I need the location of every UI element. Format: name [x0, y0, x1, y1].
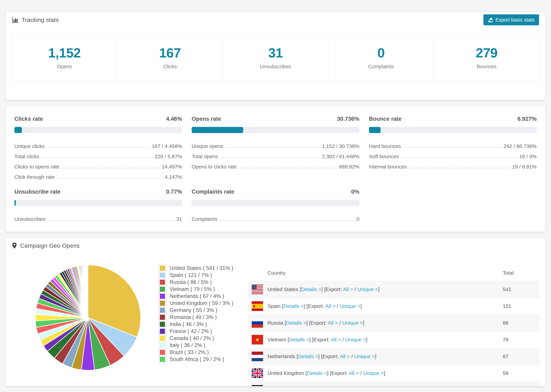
- geo-opens-card: Campaign Geo Opens United States ( 541 /…: [6, 238, 545, 386]
- rate-rows: Hard bounces242 / 86.738%Soft bounces18 …: [369, 139, 537, 170]
- country-cell: Vietnam [Details >] [Export: All > / Uni…: [248, 335, 503, 344]
- legend-swatch: [159, 272, 166, 279]
- legend-item-netherlands: Netherlands ( 67 / 4% ): [159, 293, 233, 300]
- rate-rows: Unique opens1,152 / 30.736%Total opens2,…: [192, 139, 359, 170]
- stat-line-label: Internal bounces: [369, 164, 407, 170]
- progress-bar: [14, 200, 182, 206]
- legend-item-romania: Romania ( 49 / 3% ): [159, 314, 233, 321]
- stat-line-label: Unsubscribes: [14, 216, 46, 222]
- rate-section-unsubscribe-rate: Unsubscribe rate0.77%Unsubscribes31: [14, 189, 182, 222]
- dotted-leader: [220, 158, 319, 158]
- stat-line-label: Opens to clicks rate: [192, 164, 237, 170]
- country-links: Spain [Details >] [Export: All > / Uniqu…: [268, 303, 362, 309]
- total-cell: 541: [503, 287, 540, 292]
- legend-label: United Kingdom ( 59 / 3% ): [170, 300, 233, 306]
- rate-title: Opens rate: [192, 116, 221, 122]
- details-link[interactable]: Details >: [301, 287, 321, 292]
- stat-line-label: Total clicks: [14, 154, 39, 160]
- export-all-link[interactable]: All >: [325, 303, 335, 309]
- export-all-link[interactable]: All >: [331, 337, 341, 343]
- country-cell: Spain [Details >] [Export: All > / Uniqu…: [248, 301, 503, 311]
- dotted-leader: [220, 220, 354, 221]
- geo-pie-chart: [34, 264, 142, 371]
- details-link[interactable]: Details >: [286, 320, 306, 326]
- export-all-link[interactable]: All >: [343, 287, 353, 292]
- geo-opens-header: Campaign Geo Opens: [6, 238, 545, 253]
- vn-flag-icon: [252, 335, 263, 344]
- table-row-de: Germany [Details >] [Export: All > / Uni…: [248, 381, 540, 386]
- progress-bar: [14, 127, 182, 133]
- de-flag-icon: [252, 385, 263, 386]
- total-cell: 86: [503, 320, 540, 326]
- export-unique-link[interactable]: Unique >: [342, 320, 363, 326]
- stat-line-value: 220 / 5.87%: [155, 154, 182, 160]
- details-link[interactable]: Details >: [289, 337, 309, 343]
- rate-section-head: Bounce rate6.927%: [369, 116, 537, 122]
- rate-section-opens-rate: Opens rate30.736%Unique opens1,152 / 30.…: [192, 116, 359, 180]
- progress-bar: [369, 127, 537, 133]
- details-link[interactable]: Details >: [283, 303, 304, 309]
- country-name: Netherlands [: [268, 354, 298, 359]
- table-row-ru: Russia [Details >] [Export: All > / Uniq…: [248, 314, 540, 331]
- legend-item-india: India ( 46 / 3% ): [159, 321, 233, 328]
- country-cell: United States [Details >] [Export: All >…: [248, 285, 503, 294]
- dotted-leader: [403, 147, 501, 148]
- dotted-leader: [226, 147, 319, 148]
- legend-label: Brazil ( 33 / 2% ): [170, 349, 209, 355]
- map-pin-icon: [12, 242, 17, 249]
- dotted-leader: [57, 178, 162, 179]
- nl-flag-icon: [252, 352, 263, 361]
- rate-percent: 4.46%: [166, 116, 182, 122]
- details-link[interactable]: Details >: [298, 354, 318, 359]
- ru-flag-icon: [252, 318, 263, 328]
- legend-label: India ( 46 / 3% ): [170, 321, 207, 327]
- legend-label: Italy ( 36 / 2% ): [170, 342, 205, 348]
- legend-item-canada: Canada ( 40 / 2% ): [159, 335, 233, 342]
- export-unique-link[interactable]: Unique >: [345, 337, 366, 343]
- legend-label: Romania ( 49 / 3% ): [170, 314, 217, 320]
- legend-swatch: [159, 321, 166, 328]
- stat-line-value: 689.82%: [339, 164, 359, 170]
- export-unique-link[interactable]: Unique >: [354, 354, 375, 359]
- stat-line-label: Click through rate: [14, 174, 55, 180]
- gb-flag-icon: [252, 368, 263, 378]
- stat-box-opens: 1,152Opens: [12, 34, 117, 82]
- legend-label: Canada ( 40 / 2% ): [170, 335, 214, 341]
- rate-percent: 6.927%: [517, 116, 537, 122]
- export-all-link[interactable]: All >: [328, 320, 338, 326]
- stat-label: Complaints: [368, 64, 394, 70]
- bar-chart-icon: [12, 17, 19, 23]
- stat-label: Unsubscribes: [260, 64, 291, 70]
- stat-box-bounces: 279Bounces: [434, 34, 539, 82]
- details-link[interactable]: Details >: [307, 370, 327, 376]
- stat-line-label: Complaints: [192, 216, 217, 222]
- dotted-leader: [239, 168, 337, 168]
- rates-card: Clicks rate4.46%Unique clicks167 / 4.456…: [6, 106, 545, 232]
- rate-title: Unsubscribe rate: [14, 189, 61, 195]
- stat-line: Soft bounces18 / 0%: [369, 149, 537, 160]
- stat-box-complaints: 0Complaints: [328, 34, 434, 82]
- pie-legend: United States ( 541 / 31% )Spain ( 121 /…: [159, 265, 233, 386]
- rate-section-bounce-rate: Bounce rate6.927%Hard bounces242 / 86.73…: [369, 116, 537, 180]
- country-links: United States [Details >] [Export: All >…: [268, 287, 380, 292]
- stat-label: Opens: [57, 64, 72, 70]
- legend-label: Vietnam ( 79 / 5% ): [170, 286, 215, 292]
- country-name: Spain [: [268, 303, 283, 309]
- progress-bar: [192, 200, 359, 206]
- export-unique-link[interactable]: Unique >: [357, 287, 378, 292]
- stat-line: Hard bounces242 / 86.738%: [369, 139, 537, 149]
- stat-box-unsubscribes: 31Unsubscribes: [223, 34, 328, 82]
- legend-label: Russia ( 86 / 5% ): [170, 279, 212, 285]
- export-basic-stats-button[interactable]: Export basic stats: [483, 14, 539, 25]
- total-cell: 59: [503, 370, 540, 376]
- table-row-es: Spain [Details >] [Export: All > / Uniqu…: [248, 298, 540, 314]
- export-unique-link[interactable]: Unique >: [340, 303, 360, 309]
- country-cell: Netherlands [Details >] [Export: All > /…: [248, 352, 503, 361]
- rate-percent: 0%: [351, 189, 359, 195]
- legend-item-brazil: Brazil ( 33 / 2% ): [159, 349, 233, 356]
- export-all-link[interactable]: All >: [340, 354, 350, 359]
- stat-box-clicks: 167Clicks: [117, 34, 223, 82]
- progress-bar: [192, 127, 359, 133]
- export-unique-link[interactable]: Unique >: [363, 370, 384, 376]
- export-all-link[interactable]: All >: [349, 370, 359, 376]
